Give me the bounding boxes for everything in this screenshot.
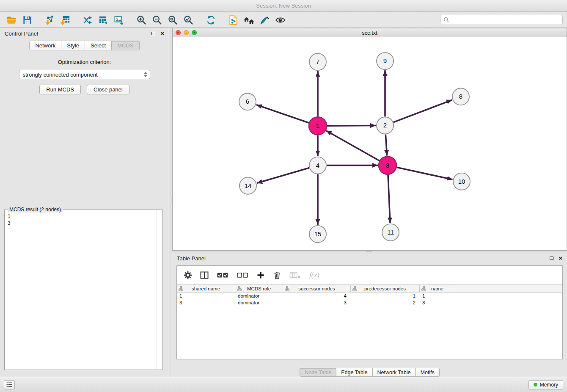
trash-icon (273, 271, 281, 279)
svg-text:15: 15 (314, 230, 322, 237)
column-header-mcds-role[interactable]: MCDS role (235, 285, 283, 292)
export-table-button[interactable] (96, 14, 110, 26)
column-header-predecessor-nodes[interactable]: predecessor nodes (351, 285, 420, 292)
graph-node-7[interactable]: 7 (309, 53, 326, 70)
table-settings-button[interactable] (184, 271, 192, 279)
graph-node-14[interactable]: 14 (239, 177, 256, 194)
criterion-dropdown[interactable]: strongly connected component (19, 70, 150, 79)
run-mcds-button[interactable]: Run MCDS (39, 85, 81, 94)
save-session-button[interactable] (20, 14, 34, 26)
title-bar[interactable]: Session: New Session (0, 0, 567, 12)
show-columns-button[interactable] (200, 271, 209, 279)
table-cell: 3 (420, 300, 455, 305)
search-box (440, 15, 563, 25)
tab-network-table[interactable]: Network Table (373, 368, 416, 377)
splitter-grip-icon (366, 251, 372, 252)
graph-edge-1-2[interactable] (327, 126, 376, 126)
open-session-button[interactable] (4, 14, 19, 26)
delete-column-button[interactable] (273, 271, 281, 279)
function-builder-button[interactable]: f(x) (309, 271, 319, 279)
zoom-out-button[interactable] (150, 14, 164, 26)
tab-network[interactable]: Network (29, 41, 61, 50)
apply-layout-button[interactable] (204, 14, 218, 26)
zoom-selected-button[interactable] (181, 14, 195, 26)
graph-node-15[interactable]: 15 (309, 226, 326, 243)
new-network-button[interactable] (80, 14, 95, 26)
graph-edge-2-8[interactable] (394, 100, 452, 122)
select-all-button[interactable] (217, 271, 228, 279)
svg-text:1: 1 (316, 122, 319, 129)
table-panel-tabs: Node TableEdge TableNetwork TableMotifs (172, 368, 567, 377)
tab-style[interactable]: Style (61, 41, 85, 50)
network-file-icon (228, 15, 239, 25)
window-close-icon[interactable]: × (176, 30, 181, 35)
column-header-name[interactable]: name (420, 285, 455, 292)
close-panel-button[interactable]: Close panel (87, 85, 129, 94)
folder-open-icon (6, 15, 17, 25)
window-minimize-icon[interactable]: - (184, 30, 189, 35)
graph-edge-3-10[interactable] (397, 167, 453, 179)
add-column-button[interactable] (256, 271, 265, 279)
refresh-icon (206, 15, 216, 25)
control-panel-header: Control Panel × (0, 28, 169, 39)
criterion-dropdown-value: strongly connected component (23, 72, 98, 78)
float-panel-icon[interactable] (550, 257, 553, 260)
close-panel-icon[interactable]: × (559, 256, 562, 261)
table-cell: 3 (283, 300, 351, 305)
table-cell: dominator (235, 300, 283, 305)
graph-node-2[interactable]: 2 (377, 117, 394, 134)
vertical-splitter[interactable] (169, 28, 172, 377)
export-image-button[interactable] (112, 14, 126, 26)
column-header-successor-nodes[interactable]: successor nodes (283, 285, 351, 292)
graph-edge-2-3[interactable] (385, 134, 387, 155)
float-panel-icon[interactable] (151, 32, 155, 35)
graph-node-8[interactable]: 8 (452, 88, 469, 105)
panel-list-button[interactable] (4, 380, 15, 389)
graph-node-10[interactable]: 10 (453, 173, 470, 190)
result-scrollbar[interactable] (157, 210, 157, 370)
column-header-shared-name[interactable]: shared name (177, 285, 235, 292)
graph-edge-3-11[interactable] (388, 175, 390, 223)
zoom-in-button[interactable] (134, 14, 149, 26)
svg-text:2: 2 (383, 121, 387, 129)
first-neighbors-button[interactable] (242, 14, 256, 26)
tab-edge-table[interactable]: Edge Table (336, 368, 372, 377)
graph-node-1[interactable]: 1 (309, 117, 327, 135)
graph-edge-1-6[interactable] (256, 105, 309, 123)
import-network-button[interactable] (42, 14, 57, 26)
svg-text:3: 3 (386, 162, 389, 169)
tab-mcds[interactable]: MCDS (112, 41, 139, 50)
tab-node-table[interactable]: Node Table (300, 368, 336, 377)
table-row[interactable]: 3dominator323 (177, 299, 562, 306)
network-canvas[interactable]: 7968124314101511 (172, 37, 567, 251)
delete-table-button[interactable] (289, 271, 301, 279)
search-input[interactable] (451, 17, 559, 23)
table-panel-title: Table Panel (177, 255, 206, 262)
tab-motifs[interactable]: Motifs (416, 368, 439, 377)
graph-node-3[interactable]: 3 (379, 157, 396, 174)
mcds-result-box[interactable]: MCDS result (2 nodes) 13 (4, 210, 163, 370)
network-window-titlebar[interactable]: scc.txt × - + (172, 28, 567, 37)
graph-node-11[interactable]: 11 (382, 224, 399, 241)
deselect-all-button[interactable] (237, 271, 248, 279)
apply-style-button[interactable] (257, 14, 272, 26)
zoom-fit-button[interactable] (165, 14, 180, 26)
graph-node-6[interactable]: 6 (239, 93, 256, 110)
import-table-button[interactable] (58, 14, 72, 26)
graph-edge-3-1[interactable] (326, 131, 380, 161)
memory-button[interactable]: Memory (528, 380, 563, 389)
graph-node-9[interactable]: 9 (377, 52, 394, 69)
tab-select[interactable]: Select (85, 41, 112, 50)
svg-text:9: 9 (383, 57, 387, 64)
network-file-button[interactable] (226, 14, 240, 26)
graph-node-4[interactable]: 4 (309, 157, 326, 174)
close-panel-icon[interactable]: × (160, 31, 164, 36)
mcds-buttons-row: Run MCDS Close panel (0, 85, 169, 94)
table-row[interactable]: 1dominator411 (177, 293, 562, 299)
result-line: 1 (8, 213, 160, 220)
status-bar: Memory (0, 377, 567, 392)
network-graph: 7968124314101511 (173, 37, 567, 250)
show-hide-button[interactable] (273, 14, 287, 26)
window-zoom-icon[interactable]: + (192, 30, 197, 35)
graph-edge-4-14[interactable] (257, 168, 309, 183)
